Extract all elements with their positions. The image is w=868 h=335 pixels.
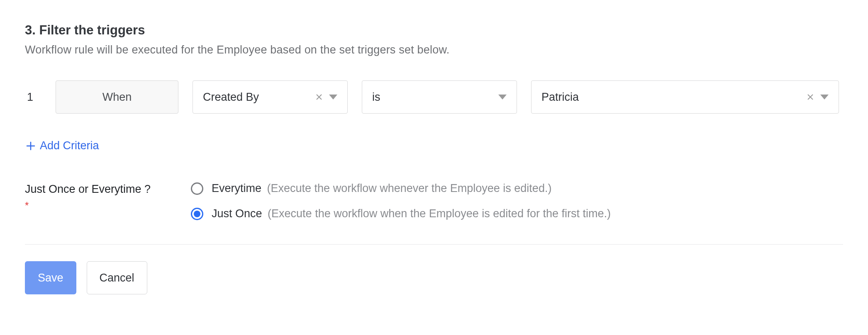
operator-select[interactable]: is xyxy=(362,80,517,114)
form-actions: Save Cancel xyxy=(25,261,843,294)
radio-icon xyxy=(191,208,203,220)
chevron-down-icon[interactable] xyxy=(329,95,337,100)
radio-everytime-label: Everytime xyxy=(212,182,261,194)
radio-just-once[interactable]: Just Once (Execute the workflow when the… xyxy=(191,207,611,220)
field-select-value: Created By xyxy=(203,91,315,104)
required-indicator: * xyxy=(25,200,191,211)
clear-field-icon[interactable] xyxy=(315,93,323,101)
radio-just-once-hint: (Execute the workflow when the Employee … xyxy=(268,207,611,220)
add-criteria-button[interactable]: Add Criteria xyxy=(26,139,99,152)
chevron-down-icon[interactable] xyxy=(498,95,507,100)
section-description: Workflow rule will be executed for the E… xyxy=(25,44,843,56)
field-select[interactable]: Created By xyxy=(193,80,348,114)
add-criteria-label: Add Criteria xyxy=(40,139,99,152)
radio-everytime-hint: (Execute the workflow whenever the Emplo… xyxy=(267,182,552,194)
radio-icon xyxy=(191,182,203,195)
criteria-row: 1 When Created By is Patricia xyxy=(25,80,843,114)
section-title: 3. Filter the triggers xyxy=(25,23,843,38)
radio-just-once-label: Just Once xyxy=(212,207,262,220)
when-label: When xyxy=(102,91,132,104)
save-button[interactable]: Save xyxy=(25,261,76,294)
when-box: When xyxy=(56,80,178,114)
operator-select-value: is xyxy=(372,91,498,104)
criteria-index: 1 xyxy=(25,91,41,104)
divider xyxy=(25,244,843,245)
chevron-down-icon[interactable] xyxy=(820,95,829,100)
cancel-button[interactable]: Cancel xyxy=(87,261,147,294)
frequency-row: Just Once or Everytime ? * Everytime (Ex… xyxy=(25,182,843,220)
clear-value-icon[interactable] xyxy=(806,93,814,101)
frequency-radio-group: Everytime (Execute the workflow whenever… xyxy=(191,182,611,220)
frequency-question: Just Once or Everytime ? xyxy=(25,183,151,195)
radio-everytime[interactable]: Everytime (Execute the workflow whenever… xyxy=(191,182,611,195)
value-select[interactable]: Patricia xyxy=(531,80,839,114)
value-select-value: Patricia xyxy=(541,91,806,104)
plus-icon xyxy=(26,141,36,151)
